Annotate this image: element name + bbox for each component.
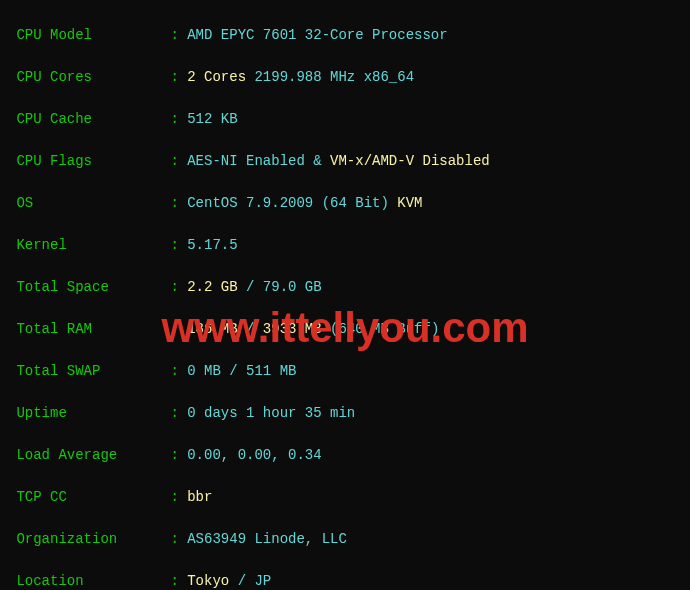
value-virt: KVM — [397, 195, 422, 211]
terminal-output: CPU Model: AMD EPYC 7601 32-Core Process… — [0, 0, 690, 590]
label: Total RAM — [16, 319, 170, 340]
row-load-avg: Load Average: 0.00, 0.00, 0.34 — [8, 445, 682, 466]
row-os: OS: CentOS 7.9.2009 (64 Bit) KVM — [8, 193, 682, 214]
value: 5.17.5 — [187, 237, 237, 253]
label: CPU Cores — [16, 67, 170, 88]
label: Total Space — [16, 277, 170, 298]
label: Load Average — [16, 445, 170, 466]
label: Kernel — [16, 235, 170, 256]
value-total: 79.0 GB — [263, 279, 322, 295]
label: Total SWAP — [16, 361, 170, 382]
value-aes: AES-NI Enabled — [187, 153, 305, 169]
value-cc: JP — [254, 573, 271, 589]
row-kernel: Kernel: 5.17.5 — [8, 235, 682, 256]
value: 0.00, 0.00, 0.34 — [187, 447, 321, 463]
label: TCP CC — [16, 487, 170, 508]
row-cpu-cache: CPU Cache: 512 KB — [8, 109, 682, 130]
row-cpu-cores: CPU Cores: 2 Cores 2199.988 MHz x86_64 — [8, 67, 682, 88]
label: Organization — [16, 529, 170, 550]
label: CPU Model — [16, 25, 170, 46]
value-used: 2.2 GB — [187, 279, 237, 295]
row-total-space: Total Space: 2.2 GB / 79.0 GB — [8, 277, 682, 298]
value: 512 KB — [187, 111, 237, 127]
value-count: 2 Cores — [187, 69, 246, 85]
label: CPU Flags — [16, 151, 170, 172]
value: 0 MB / 511 MB — [187, 363, 296, 379]
row-location: Location: Tokyo / JP — [8, 571, 682, 590]
value-city: Tokyo — [187, 573, 229, 589]
row-tcp-cc: TCP CC: bbr — [8, 487, 682, 508]
row-total-ram: Total RAM: 186 MB / 3933 MB (640 MB Buff… — [8, 319, 682, 340]
value-freq: 2199.988 MHz x86_64 — [254, 69, 414, 85]
label: CPU Cache — [16, 109, 170, 130]
label: Location — [16, 571, 170, 590]
value-os: CentOS 7.9.2009 (64 Bit) — [187, 195, 389, 211]
value: 0 days 1 hour 35 min — [187, 405, 355, 421]
row-cpu-flags: CPU Flags: AES-NI Enabled & VM-x/AMD-V D… — [8, 151, 682, 172]
label: Uptime — [16, 403, 170, 424]
value-total: 3933 MB — [263, 321, 322, 337]
row-uptime: Uptime: 0 days 1 hour 35 min — [8, 403, 682, 424]
value: AS63949 Linode, LLC — [187, 531, 347, 547]
value-used: 186 MB — [187, 321, 237, 337]
row-cpu-model: CPU Model: AMD EPYC 7601 32-Core Process… — [8, 25, 682, 46]
value: AMD EPYC 7601 32-Core Processor — [187, 27, 447, 43]
row-organization: Organization: AS63949 Linode, LLC — [8, 529, 682, 550]
value-buff: (640 MB Buff) — [330, 321, 439, 337]
value: bbr — [187, 489, 212, 505]
label: OS — [16, 193, 170, 214]
value-vmx: VM-x/AMD-V Disabled — [330, 153, 490, 169]
row-total-swap: Total SWAP: 0 MB / 511 MB — [8, 361, 682, 382]
